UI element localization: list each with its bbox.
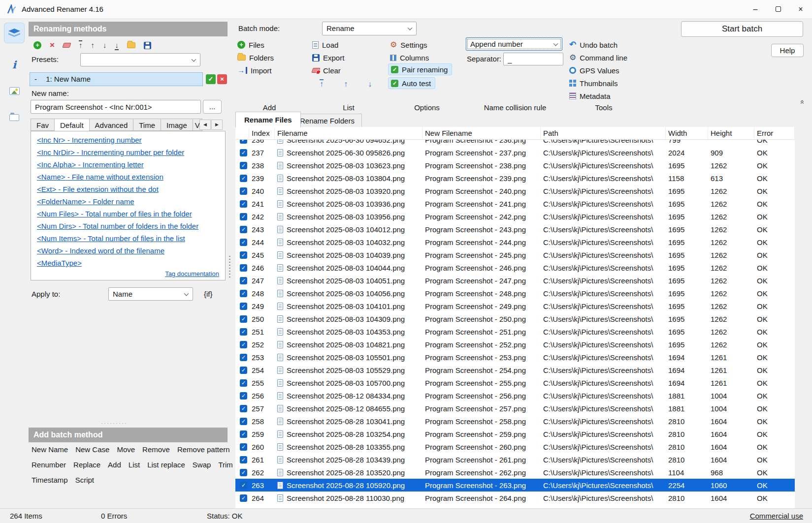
tag-link-ext[interactable]: <Ext> - File extension without the dot bbox=[37, 183, 225, 195]
if-badge[interactable]: {if} bbox=[204, 290, 213, 298]
method-swap[interactable]: Swap bbox=[193, 461, 211, 469]
rail-renaming-methods-button[interactable] bbox=[4, 23, 25, 43]
method-apply-button[interactable]: ✓ bbox=[206, 74, 216, 84]
tab-fav[interactable]: Fav bbox=[31, 119, 55, 131]
table-row-240[interactable]: ✓240Screenshot 2025-08-03 103920.pngProg… bbox=[235, 185, 795, 197]
row-checkbox[interactable]: ✓ bbox=[240, 379, 247, 387]
command-line-button[interactable]: ⚙ Command line bbox=[569, 52, 627, 63]
method-remove[interactable]: Remove bbox=[142, 445, 170, 454]
method-list-replace[interactable]: List replace bbox=[147, 461, 185, 469]
column-header-index[interactable]: Index bbox=[249, 127, 275, 139]
column-header-path[interactable]: Path bbox=[541, 127, 666, 139]
undo-batch-button[interactable]: ↶ Undo batch bbox=[569, 39, 617, 50]
method-add[interactable]: Add bbox=[108, 461, 121, 469]
row-checkbox[interactable]: ✓ bbox=[240, 290, 247, 297]
add-files-button[interactable]: + Files bbox=[237, 39, 264, 50]
row-checkbox[interactable]: ✓ bbox=[240, 175, 247, 182]
table-row-260[interactable]: ✓260Screenshot 2025-08-28 103355.pngProg… bbox=[235, 440, 795, 453]
move-method-down-icon[interactable]: ↓ bbox=[103, 41, 107, 49]
panel-resize-grip[interactable]: ········· bbox=[101, 420, 128, 427]
separator-input[interactable] bbox=[503, 53, 563, 65]
clear-methods-icon[interactable] bbox=[62, 43, 71, 48]
row-checkbox[interactable]: ✓ bbox=[240, 187, 247, 195]
tab-advanced[interactable]: Advanced bbox=[89, 119, 134, 131]
row-checkbox[interactable]: ✓ bbox=[240, 341, 247, 348]
table-row-250[interactable]: ✓250Screenshot 2025-08-03 104309.pngProg… bbox=[235, 312, 795, 325]
row-checkbox[interactable]: ✓ bbox=[240, 367, 247, 374]
tag-link-foldername[interactable]: <FolderName> - Folder name bbox=[37, 195, 225, 208]
method-new-case[interactable]: New Case bbox=[75, 445, 109, 454]
row-checkbox[interactable]: ✓ bbox=[240, 482, 247, 489]
table-row-256[interactable]: ✓256Screenshot 2025-08-12 084334.pngProg… bbox=[235, 389, 795, 402]
table-row-261[interactable]: ✓261Screenshot 2025-08-28 103439.pngProg… bbox=[235, 453, 795, 466]
method-list[interactable]: List bbox=[129, 461, 140, 469]
column-header-error[interactable]: Error bbox=[754, 127, 795, 139]
move-row-up-icon[interactable]: ↑ bbox=[344, 80, 348, 88]
row-checkbox[interactable]: ✓ bbox=[240, 469, 247, 476]
tab-scroll-right-button[interactable]: ▶ bbox=[211, 120, 223, 130]
table-row-247[interactable]: ✓247Screenshot 2025-08-03 104051.pngProg… bbox=[235, 274, 795, 287]
tag-link-num-dirs[interactable]: <Num Dirs> - Total number of folders in … bbox=[37, 220, 225, 232]
table-row-253[interactable]: ✓253Screenshot 2025-08-03 105501.pngProg… bbox=[235, 351, 795, 364]
column-header-new-filename[interactable]: New Filename bbox=[422, 127, 541, 139]
table-row-243[interactable]: ✓243Screenshot 2025-08-03 104012.pngProg… bbox=[235, 223, 795, 236]
table-row-244[interactable]: ✓244Screenshot 2025-08-03 104032.pngProg… bbox=[235, 236, 795, 248]
row-checkbox[interactable]: ✓ bbox=[240, 200, 247, 208]
method-remove-button[interactable]: × bbox=[217, 74, 227, 84]
column-header-filename[interactable]: Filename bbox=[275, 127, 422, 139]
delete-method-icon[interactable]: × bbox=[50, 40, 55, 50]
add-folders-button[interactable]: Folders bbox=[237, 52, 274, 63]
row-checkbox[interactable]: ✓ bbox=[240, 277, 247, 284]
row-checkbox[interactable]: ✓ bbox=[240, 328, 247, 336]
row-checkbox[interactable]: ✓ bbox=[240, 239, 247, 246]
row-checkbox[interactable]: ✓ bbox=[240, 213, 247, 220]
settings-button[interactable]: ⚙ Settings bbox=[390, 39, 427, 50]
start-batch-button[interactable]: Start batch bbox=[681, 21, 803, 37]
move-method-top-icon[interactable]: ↑ bbox=[79, 41, 83, 49]
tag-link-num-files[interactable]: <Num Files> - Total number of files in t… bbox=[37, 208, 225, 220]
row-checkbox[interactable]: ✓ bbox=[240, 354, 247, 361]
method-replace[interactable]: Replace bbox=[73, 461, 100, 469]
batch-mode-combobox[interactable]: Rename bbox=[322, 22, 417, 35]
row-checkbox[interactable]: ✓ bbox=[240, 303, 247, 310]
tab-scroll-left-button[interactable]: ◀ bbox=[199, 120, 211, 130]
tag-link-inc-nr[interactable]: <Inc Nr> - Incrementing number bbox=[37, 134, 225, 146]
open-preset-icon[interactable] bbox=[127, 42, 135, 48]
tab-image[interactable]: Image bbox=[161, 119, 193, 131]
table-row-249[interactable]: ✓249Screenshot 2025-08-03 104101.pngProg… bbox=[235, 300, 795, 312]
add-method-icon[interactable]: + bbox=[33, 41, 41, 49]
apply-to-combobox[interactable]: Name bbox=[108, 287, 193, 301]
rail-folder-button[interactable] bbox=[4, 107, 25, 128]
tag-link-mediatype[interactable]: <MediaType> bbox=[37, 257, 225, 269]
column-header-checkbox[interactable] bbox=[235, 127, 249, 139]
move-method-bottom-icon[interactable]: ↓ bbox=[115, 41, 119, 49]
row-checkbox[interactable]: ✓ bbox=[240, 443, 247, 451]
table-row-257[interactable]: ✓257Screenshot 2025-08-12 084655.pngProg… bbox=[235, 402, 795, 415]
tab-rename-files[interactable]: Rename Files bbox=[235, 112, 301, 127]
row-checkbox[interactable]: ✓ bbox=[240, 264, 247, 272]
row-checkbox[interactable]: ✓ bbox=[240, 431, 247, 438]
table-row-254[interactable]: ✓254Screenshot 2025-08-03 105529.pngProg… bbox=[235, 364, 795, 376]
method-remove-pattern[interactable]: Remove pattern bbox=[177, 445, 230, 454]
table-row-255[interactable]: ✓255Screenshot 2025-08-03 105700.pngProg… bbox=[235, 376, 795, 389]
minimize-button[interactable]: – bbox=[744, 0, 767, 18]
save-preset-icon[interactable] bbox=[144, 42, 151, 49]
row-checkbox[interactable]: ✓ bbox=[240, 456, 247, 463]
row-checkbox[interactable]: ✓ bbox=[240, 494, 247, 502]
method-trim[interactable]: Trim bbox=[218, 461, 232, 469]
splitter-handle[interactable] bbox=[229, 256, 230, 278]
maximize-button[interactable] bbox=[767, 0, 789, 18]
table-row-239[interactable]: ✓239Screenshot 2025-08-03 103804.pngProg… bbox=[235, 172, 795, 185]
pair-renaming-toggle[interactable]: ✓ Pair renaming bbox=[388, 63, 452, 75]
row-checkbox[interactable]: ✓ bbox=[240, 226, 247, 233]
row-checkbox[interactable]: ✓ bbox=[240, 149, 247, 156]
table-row-236[interactable]: ✓236Screenshot 2025-06-30 094652.pngProg… bbox=[235, 140, 795, 146]
tab-default[interactable]: Default bbox=[54, 119, 90, 131]
row-checkbox[interactable]: ✓ bbox=[240, 251, 247, 259]
row-checkbox[interactable]: ✓ bbox=[240, 392, 247, 400]
tag-link-inc-alpha[interactable]: <Inc Alpha> - Incrementing letter bbox=[37, 158, 225, 171]
tag-link-word[interactable]: <Word> - Indexed word of the filename bbox=[37, 245, 225, 257]
tab-rename-folders[interactable]: Rename Folders bbox=[292, 114, 362, 127]
table-row-259[interactable]: ✓259Screenshot 2025-08-28 103254.pngProg… bbox=[235, 428, 795, 440]
table-row-238[interactable]: ✓238Screenshot 2025-08-03 103623.pngProg… bbox=[235, 159, 795, 172]
